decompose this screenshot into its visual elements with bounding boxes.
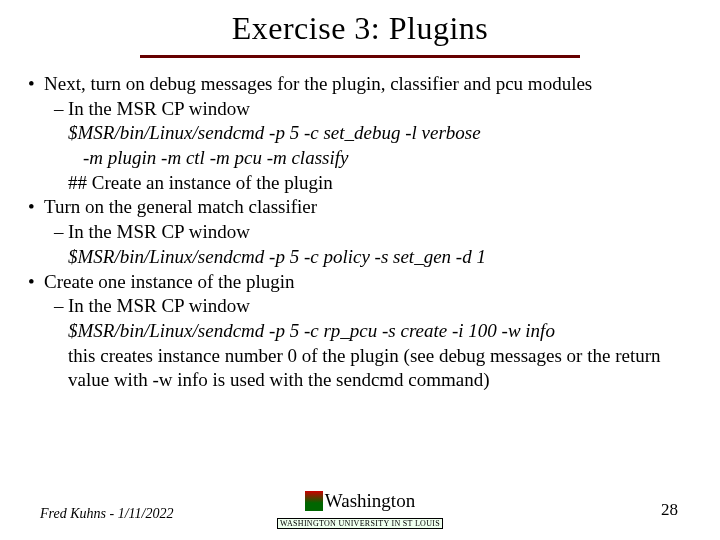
bullet-3-note: this creates instance number 0 of the pl… — [28, 344, 692, 393]
bullet-1-text: Next, turn on debug messages for the plu… — [44, 73, 592, 94]
bullet-2-sub-1: – In the MSR CP window — [28, 220, 692, 245]
dash-icon: – — [54, 220, 64, 245]
footer-center: Washington WASHINGTON UNIVERSITY IN ST L… — [277, 490, 443, 530]
bullet-dot-icon: • — [28, 270, 35, 295]
footer-author: Fred Kuhns - 1/11/2022 — [40, 506, 173, 522]
title-underline — [140, 55, 580, 58]
bullet-2: • Turn on the general match classifier — [28, 195, 692, 220]
page-number: 28 — [661, 500, 678, 520]
bullet-3-sub-1-text: In the MSR CP window — [68, 295, 250, 316]
bullet-3-cmd-1: $MSR/bin/Linux/sendcmd -p 5 -c rp_pcu -s… — [28, 319, 692, 344]
slide-content: • Next, turn on debug messages for the p… — [0, 72, 720, 393]
bullet-1-cmd-1: $MSR/bin/Linux/sendcmd -p 5 -c set_debug… — [28, 121, 692, 146]
bullet-1-note: ## Create an instance of the plugin — [28, 171, 692, 196]
university-shield-icon — [305, 491, 323, 511]
footer-subline: WASHINGTON UNIVERSITY IN ST LOUIS — [277, 518, 443, 529]
bullet-1: • Next, turn on debug messages for the p… — [28, 72, 692, 97]
dash-icon: – — [54, 294, 64, 319]
bullet-dot-icon: • — [28, 72, 35, 97]
bullet-dot-icon: • — [28, 195, 35, 220]
footer-university: Washington — [325, 490, 415, 511]
bullet-1-sub-1-text: In the MSR CP window — [68, 98, 250, 119]
dash-icon: – — [54, 97, 64, 122]
bullet-1-cmd-1b: -m plugin -m ctl -m pcu -m classify — [28, 146, 692, 171]
bullet-2-text: Turn on the general match classifier — [44, 196, 317, 217]
bullet-3-text: Create one instance of the plugin — [44, 271, 295, 292]
bullet-1-sub-1: – In the MSR CP window — [28, 97, 692, 122]
bullet-3: • Create one instance of the plugin — [28, 270, 692, 295]
slide-title: Exercise 3: Plugins — [0, 10, 720, 47]
bullet-3-sub-1: – In the MSR CP window — [28, 294, 692, 319]
bullet-2-cmd-1: $MSR/bin/Linux/sendcmd -p 5 -c policy -s… — [28, 245, 692, 270]
bullet-2-sub-1-text: In the MSR CP window — [68, 221, 250, 242]
